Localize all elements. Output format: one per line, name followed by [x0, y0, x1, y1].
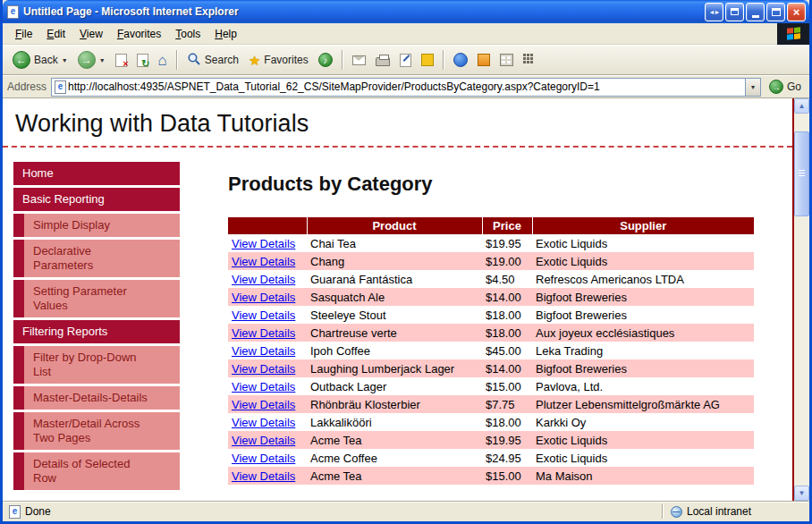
title-toolbar-button-2[interactable]: [725, 3, 744, 21]
menu-item[interactable]: Favorites: [110, 24, 168, 44]
product-cell: Sasquatch Ale: [307, 288, 482, 306]
scrollbar-thumb[interactable]: [794, 131, 809, 216]
back-dropdown-icon[interactable]: ▼: [62, 57, 68, 63]
notes-icon: [421, 54, 434, 66]
scrollbar-track[interactable]: [794, 114, 809, 486]
view-details-link[interactable]: View Details: [232, 291, 295, 304]
price-cell: $14.00: [482, 359, 532, 377]
view-details-link[interactable]: View Details: [232, 380, 295, 393]
price-cell: $18.00: [482, 306, 532, 324]
view-details-link[interactable]: View Details: [232, 237, 295, 250]
refresh-icon: ↻: [137, 54, 148, 67]
address-bar: Address e ▾ → Go: [3, 75, 809, 97]
maximize-button[interactable]: [766, 3, 785, 21]
view-details-link[interactable]: View Details: [232, 398, 295, 411]
notes-button[interactable]: [417, 51, 438, 69]
sidebar-item[interactable]: Declarative Parameters: [13, 240, 180, 277]
sidebar-item[interactable]: Master/Detail Across Two Pages: [13, 412, 180, 450]
vertical-scrollbar[interactable]: ▲ ▼: [794, 98, 809, 501]
refresh-button[interactable]: ↻: [132, 51, 153, 70]
status-zone-pane: Local intranet: [665, 505, 807, 518]
view-details-link[interactable]: View Details: [232, 469, 295, 483]
sidebar-item[interactable]: Details of Selected Row: [13, 452, 180, 490]
table-row: View Details Acme Tea $19.95 Exotic Liqu…: [228, 431, 754, 449]
sidebar-item[interactable]: Home: [13, 162, 180, 185]
view-details-link[interactable]: View Details: [232, 255, 295, 268]
go-button[interactable]: → Go: [765, 78, 805, 96]
view-details-link[interactable]: View Details: [232, 416, 295, 429]
view-details-cell: View Details: [228, 342, 307, 359]
view-details-link[interactable]: View Details: [232, 326, 295, 340]
sidebar-item[interactable]: Setting Parameter Values: [13, 280, 180, 317]
title-toolbar-button-1[interactable]: ◄►: [705, 3, 723, 21]
home-icon: ⌂: [158, 53, 167, 68]
stop-button[interactable]: ×: [111, 51, 131, 70]
minimize-button[interactable]: [746, 3, 765, 21]
calculator-button[interactable]: [495, 51, 518, 69]
messenger-button[interactable]: [449, 50, 472, 70]
view-details-cell: View Details: [228, 431, 307, 449]
view-details-link[interactable]: View Details: [232, 434, 295, 447]
view-details-link[interactable]: View Details: [232, 362, 295, 376]
media-button[interactable]: ♪: [314, 50, 337, 70]
menu-item[interactable]: View: [72, 24, 110, 44]
edit-button[interactable]: [395, 51, 416, 70]
menu-item[interactable]: Help: [207, 24, 244, 44]
view-details-cell: View Details: [228, 306, 307, 324]
back-button[interactable]: ← Back ▼: [8, 48, 72, 72]
sidebar-item-label: Details of Selected Row: [33, 457, 130, 485]
view-details-link[interactable]: View Details: [232, 273, 295, 286]
product-cell: Chai Tea: [307, 234, 482, 252]
forward-dropdown-icon[interactable]: ▼: [99, 57, 106, 63]
browser-viewport: Working with Data Tutorials Home Basic R…: [3, 97, 809, 501]
address-input-box: e ▾: [51, 78, 761, 97]
col-header-details: [228, 217, 307, 234]
status-text: Done: [25, 505, 51, 518]
supplier-cell: Bigfoot Breweries: [532, 359, 754, 377]
supplier-cell: Exotic Liquids: [532, 234, 754, 252]
sidebar-item-label: Filtering Reports: [22, 325, 107, 338]
price-cell: $15.00: [482, 377, 532, 395]
table-row: View Details Acme Tea $15.00 Ma Maison: [228, 467, 754, 485]
supplier-cell: Refrescos Americanos LTDA: [532, 270, 754, 288]
address-input[interactable]: [66, 80, 745, 93]
products-table: Product Price Supplier View Details Chai…: [228, 217, 754, 485]
scroll-up-button[interactable]: ▲: [794, 98, 809, 114]
view-details-link[interactable]: View Details: [232, 308, 295, 322]
sidebar-item-label: Home: [22, 166, 54, 180]
supplier-cell: Exotic Liquids: [532, 431, 754, 449]
toolbar-separator: [443, 50, 444, 70]
sidebar-item[interactable]: Master-Details-Details: [13, 386, 180, 410]
sidebar-item[interactable]: Basic Reporting: [13, 188, 180, 211]
supplier-cell: Exotic Liquids: [532, 252, 754, 270]
favorites-button[interactable]: ★ Favorites: [244, 51, 313, 70]
sidebar-item[interactable]: Filtering Reports: [13, 320, 180, 343]
search-button[interactable]: Search: [182, 49, 243, 72]
view-details-link[interactable]: View Details: [232, 344, 295, 358]
title-bar[interactable]: e Untitled Page - Microsoft Internet Exp…: [3, 0, 809, 23]
menu-item[interactable]: Tools: [168, 24, 207, 44]
status-page-icon: e: [9, 505, 21, 519]
table-row: View Details Steeleye Stout $18.00 Bigfo…: [228, 306, 754, 324]
product-cell: Outback Lager: [307, 377, 482, 395]
menu-item[interactable]: Edit: [39, 24, 72, 44]
product-cell: Guaraná Fantástica: [307, 270, 482, 288]
forward-button[interactable]: → ▼: [73, 48, 110, 72]
page-title: Products by Category: [228, 173, 792, 196]
view-details-cell: View Details: [228, 449, 307, 467]
close-button[interactable]: ×: [787, 3, 806, 21]
scroll-down-button[interactable]: ▼: [794, 486, 809, 501]
home-button[interactable]: ⌂: [154, 50, 172, 71]
mail-button[interactable]: [348, 53, 370, 68]
menu-item[interactable]: File: [8, 24, 39, 44]
grid-button[interactable]: [519, 51, 540, 69]
scroll-up-icon: ▲: [799, 102, 806, 110]
status-bar: e Done Local intranet: [3, 501, 809, 521]
research-button[interactable]: [473, 51, 495, 69]
view-details-link[interactable]: View Details: [232, 452, 295, 465]
address-dropdown-button[interactable]: ▾: [745, 79, 760, 96]
sidebar-item[interactable]: Simple Display: [13, 214, 180, 237]
print-button[interactable]: [371, 51, 394, 69]
sidebar-item[interactable]: Filter by Drop-Down List: [13, 346, 180, 384]
table-row: View Details Laughing Lumberjack Lager $…: [228, 359, 754, 377]
